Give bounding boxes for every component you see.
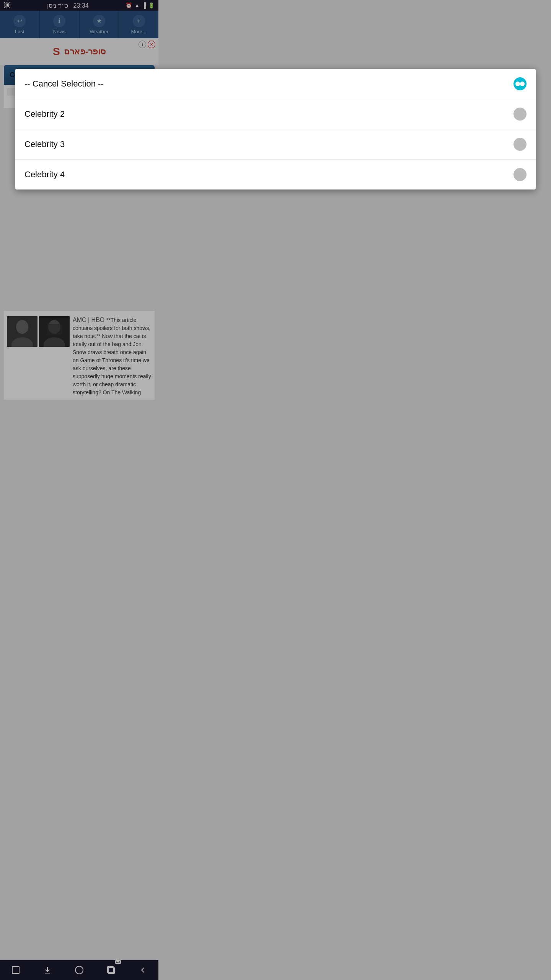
- dialog-item-cancel[interactable]: -- Cancel Selection --: [15, 69, 158, 99]
- dialog-celebrity3-label: Celebrity 3: [24, 139, 65, 149]
- dialog-celebrity4-label: Celebrity 4: [24, 170, 65, 180]
- selection-dialog: -- Cancel Selection -- Celebrity 2 Celeb…: [15, 69, 158, 189]
- dialog-celebrity2-label: Celebrity 2: [24, 109, 65, 119]
- dialog-item-celebrity3[interactable]: Celebrity 3: [15, 129, 158, 160]
- dialog-cancel-label: -- Cancel Selection --: [24, 79, 104, 89]
- dialog-item-celebrity4[interactable]: Celebrity 4: [15, 160, 158, 189]
- overlay-backdrop[interactable]: [0, 0, 158, 400]
- dialog-item-celebrity2[interactable]: Celebrity 2: [15, 99, 158, 129]
